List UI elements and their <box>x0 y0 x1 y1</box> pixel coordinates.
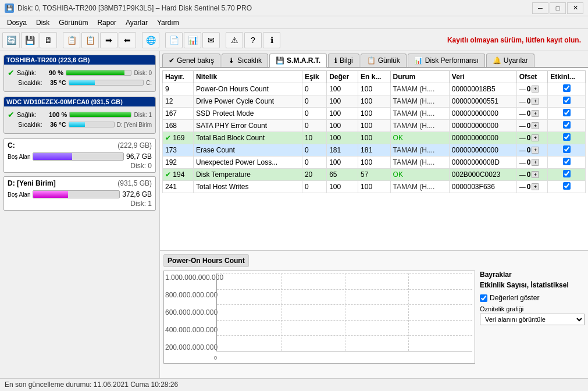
disk0-temp-label: Sıcaklık: <box>18 79 50 86</box>
offset-plus-btn[interactable]: + <box>532 110 539 117</box>
cell-value: 100 <box>327 181 358 193</box>
tab-disk-perf[interactable]: 📊 Disk Performansı <box>408 54 485 67</box>
col-enk: En k... <box>358 71 391 83</box>
tab-genel[interactable]: ✔ Genel bakış <box>162 54 220 67</box>
row-enabled-checkbox[interactable] <box>563 182 571 190</box>
disk0-title[interactable]: TOSHIBA-TR200 (223,6 GB) <box>4 55 155 65</box>
cell-value: 100 <box>327 95 358 108</box>
cell-data: 0000003F636 <box>449 181 516 193</box>
offset-plus-btn[interactable]: + <box>532 171 539 178</box>
col-nitelik: Nitelik <box>194 71 302 83</box>
tab-uyarilar[interactable]: 🔔 Uyarılar <box>486 54 534 67</box>
close-button[interactable]: ✕ <box>567 2 583 14</box>
cell-data: 000000000000 <box>449 108 516 120</box>
row-enabled-checkbox[interactable] <box>563 121 571 129</box>
offset-plus-btn[interactable]: + <box>532 122 539 129</box>
menu-rapor[interactable]: Rapor <box>92 17 121 27</box>
chart-zero-label: 0 <box>214 355 217 361</box>
cell-data: 000000000000 <box>449 120 516 132</box>
app-icon: 💾 <box>5 3 14 13</box>
menu-dosya[interactable]: Dosya <box>2 17 31 27</box>
offset-plus-btn[interactable]: + <box>532 159 539 166</box>
disk1-title[interactable]: WDC WD10EZEX-00MFCA0 (931,5 GB) <box>4 97 155 106</box>
about-button[interactable]: ℹ <box>263 32 280 48</box>
tab-bilgi-icon: ℹ <box>334 56 337 65</box>
cell-value: 100 <box>327 83 358 95</box>
drive-c-free-label: Boş Alan <box>8 154 30 160</box>
table-row[interactable]: 9 Power-On Hours Count 0 100 100 TAMAM (… <box>163 83 586 95</box>
chart-type-select[interactable]: Veri alanını görüntüle <box>480 314 585 325</box>
table-row[interactable]: ✔ 169 Total Bad Block Count 10 100 100 O… <box>163 132 586 144</box>
arrow2-button[interactable]: ⬅ <box>119 32 136 48</box>
disk1-temp-drive: D: [Yeni Birim <box>117 122 152 128</box>
tab-sicaklik-label: Sıcaklık <box>237 56 262 65</box>
col-ofset: Ofset <box>516 71 548 83</box>
offset-plus-btn[interactable]: + <box>532 134 539 141</box>
table-row[interactable]: 168 SATA PHY Error Count 0 100 100 TAMAM… <box>163 120 586 132</box>
disk-button[interactable]: 💾 <box>21 32 38 48</box>
table-row[interactable]: ✔ 194 Disk Temperature 20 65 57 OK 002B0… <box>163 169 586 181</box>
table-row[interactable]: 241 Total Host Writes 0 100 100 TAMAM (H… <box>163 181 586 193</box>
cell-name: Unexpected Power Loss... <box>194 157 302 169</box>
row-enabled-checkbox[interactable] <box>563 170 571 177</box>
show-values-checkbox[interactable] <box>480 294 487 302</box>
offset-plus-btn[interactable]: + <box>532 147 539 154</box>
monitor-button[interactable]: 🖥 <box>40 32 57 48</box>
tab-bilgi[interactable]: ℹ Bilgi <box>328 54 359 67</box>
offset-plus-btn[interactable]: + <box>532 183 539 190</box>
drive-d-free-value: 372,6 GB <box>122 190 152 198</box>
row-enabled-checkbox[interactable] <box>563 97 571 104</box>
cell-threshold: 0 <box>302 120 326 132</box>
cell-offset: — 0 + <box>516 181 548 193</box>
table-row[interactable]: 192 Unexpected Power Loss... 0 100 100 T… <box>163 157 586 169</box>
cell-status: TAMAM (H.... <box>390 83 449 95</box>
table-row[interactable]: 12 Drive Power Cycle Count 0 100 100 TAM… <box>163 95 586 108</box>
cell-status: TAMAM (H.... <box>390 157 449 169</box>
smart-table-container: Hayır. Nitelik Eşik Değer En k... Durum … <box>160 68 588 250</box>
arrow-button[interactable]: ➡ <box>100 32 117 48</box>
tab-gunluk-icon: 📋 <box>367 56 376 65</box>
main-content: TOSHIBA-TR200 (223,6 GB) ✔ Sağlık: 90 % … <box>0 51 588 378</box>
cell-name: Drive Power Cycle Count <box>194 95 302 108</box>
offset-plus-btn[interactable]: + <box>532 98 539 105</box>
col-veri: Veri <box>449 71 516 83</box>
row-enabled-checkbox[interactable] <box>563 158 571 165</box>
smart-table: Hayır. Nitelik Eşik Değer En k... Durum … <box>162 70 586 193</box>
maximize-button[interactable]: □ <box>550 2 566 14</box>
offset-plus-btn[interactable]: + <box>532 86 539 93</box>
row-enabled-checkbox[interactable] <box>563 109 571 116</box>
row-enabled-checkbox[interactable] <box>563 145 571 153</box>
refresh-button[interactable]: 🔄 <box>2 32 20 48</box>
cell-offset: — 0 + <box>516 83 548 95</box>
tab-gunluk[interactable]: 📋 Günlük <box>361 54 407 67</box>
help-button[interactable]: ? <box>244 32 262 48</box>
table-row[interactable]: 167 SSD Protect Mode 0 100 100 TAMAM (H.… <box>163 108 586 120</box>
disk1-health-bar <box>69 112 131 118</box>
menu-disk[interactable]: Disk <box>31 17 54 27</box>
cell-data: 00000000008D <box>449 157 516 169</box>
menu-gorunum[interactable]: Görünüm <box>54 17 92 27</box>
cell-threshold: 0 <box>302 95 326 108</box>
cell-worst: 100 <box>358 157 391 169</box>
email-button[interactable]: ✉ <box>202 32 220 48</box>
disk1-temp-bar <box>69 122 115 127</box>
cell-value: 181 <box>327 144 358 157</box>
cell-id: 168 <box>163 120 194 132</box>
select-label: Öznitelik grafiği <box>480 305 585 312</box>
doc-button[interactable]: 📄 <box>165 32 183 48</box>
menu-yardim[interactable]: Yardım <box>152 17 184 27</box>
tab-sicaklik[interactable]: 🌡 Sıcaklık <box>222 54 268 67</box>
minimize-button[interactable]: ─ <box>532 2 548 14</box>
row-enabled-checkbox[interactable] <box>563 84 571 92</box>
copy-button[interactable]: 📋 <box>81 32 99 48</box>
globe-button[interactable]: 🌐 <box>142 32 159 48</box>
table-row[interactable]: 173 Erase Count 0 181 181 TAMAM (H.... 0… <box>163 144 586 157</box>
cell-enabled <box>548 132 586 144</box>
alert-button[interactable]: ⚠ <box>226 32 243 48</box>
menu-ayarlar[interactable]: Ayarlar <box>121 17 152 27</box>
cell-offset: — 0 + <box>516 108 548 120</box>
tab-smart[interactable]: 💾 S.M.A.R.T. <box>269 54 327 67</box>
info-button[interactable]: 📋 <box>63 32 80 48</box>
row-enabled-checkbox[interactable] <box>563 133 571 141</box>
report-button[interactable]: 📊 <box>184 32 201 48</box>
